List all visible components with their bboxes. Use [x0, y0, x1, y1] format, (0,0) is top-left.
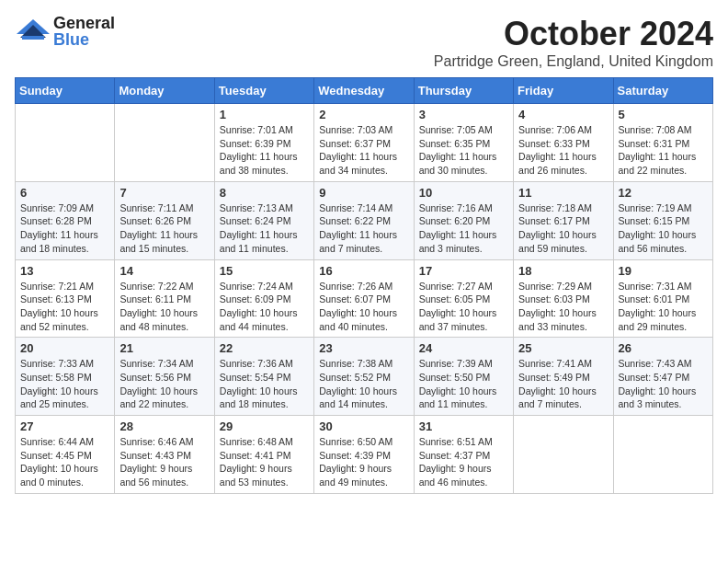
day-number: 25 — [518, 341, 608, 355]
calendar-cell — [115, 104, 214, 182]
day-info: Sunrise: 7:24 AM Sunset: 6:09 PM Dayligh… — [220, 280, 309, 334]
day-info: Sunrise: 7:38 AM Sunset: 5:52 PM Dayligh… — [319, 357, 408, 411]
calendar-cell: 6Sunrise: 7:09 AM Sunset: 6:28 PM Daylig… — [16, 181, 115, 259]
calendar-cell: 17Sunrise: 7:27 AM Sunset: 6:05 PM Dayli… — [414, 259, 513, 338]
day-number: 31 — [419, 419, 508, 433]
days-of-week-row: SundayMondayTuesdayWednesdayThursdayFrid… — [16, 78, 713, 104]
day-number: 18 — [518, 264, 608, 278]
day-number: 27 — [20, 419, 109, 433]
calendar-cell: 22Sunrise: 7:36 AM Sunset: 5:54 PM Dayli… — [214, 338, 313, 416]
calendar-header: SundayMondayTuesdayWednesdayThursdayFrid… — [16, 78, 713, 104]
day-number: 21 — [119, 341, 209, 355]
day-info: Sunrise: 7:13 AM Sunset: 6:24 PM Dayligh… — [220, 201, 309, 256]
title-area: October 2024 Partridge Green, England, U… — [434, 15, 713, 70]
calendar-cell: 16Sunrise: 7:26 AM Sunset: 6:07 PM Dayli… — [314, 259, 414, 338]
calendar-cell: 4Sunrise: 7:06 AM Sunset: 6:33 PM Daylig… — [514, 104, 613, 182]
calendar-week-4: 20Sunrise: 7:33 AM Sunset: 5:58 PM Dayli… — [16, 338, 713, 416]
calendar-cell: 1Sunrise: 7:01 AM Sunset: 6:39 PM Daylig… — [214, 104, 313, 182]
day-info: Sunrise: 7:36 AM Sunset: 5:54 PM Dayligh… — [220, 357, 309, 411]
logo-text: General Blue — [53, 15, 115, 48]
day-info: Sunrise: 7:19 AM Sunset: 6:15 PM Dayligh… — [619, 201, 708, 256]
day-info: Sunrise: 7:01 AM Sunset: 6:39 PM Dayligh… — [220, 123, 309, 178]
calendar-table: SundayMondayTuesdayWednesdayThursdayFrid… — [15, 77, 713, 494]
calendar-week-5: 27Sunrise: 6:44 AM Sunset: 4:45 PM Dayli… — [16, 416, 713, 494]
day-info: Sunrise: 7:41 AM Sunset: 5:49 PM Dayligh… — [518, 357, 608, 411]
day-info: Sunrise: 7:14 AM Sunset: 6:22 PM Dayligh… — [319, 201, 408, 256]
day-number: 5 — [619, 108, 708, 121]
day-number: 26 — [619, 341, 708, 355]
calendar-cell: 23Sunrise: 7:38 AM Sunset: 5:52 PM Dayli… — [314, 338, 414, 416]
calendar-cell — [16, 104, 115, 182]
day-header-friday: Friday — [514, 78, 613, 104]
day-info: Sunrise: 7:05 AM Sunset: 6:35 PM Dayligh… — [419, 123, 508, 178]
day-info: Sunrise: 7:08 AM Sunset: 6:31 PM Dayligh… — [619, 123, 708, 178]
calendar-cell: 14Sunrise: 7:22 AM Sunset: 6:11 PM Dayli… — [115, 259, 214, 338]
calendar-week-2: 6Sunrise: 7:09 AM Sunset: 6:28 PM Daylig… — [16, 181, 713, 259]
day-header-tuesday: Tuesday — [214, 78, 313, 104]
calendar-cell: 13Sunrise: 7:21 AM Sunset: 6:13 PM Dayli… — [16, 259, 115, 338]
day-number: 11 — [518, 186, 608, 200]
calendar-body: 1Sunrise: 7:01 AM Sunset: 6:39 PM Daylig… — [16, 104, 713, 494]
calendar-week-1: 1Sunrise: 7:01 AM Sunset: 6:39 PM Daylig… — [16, 104, 713, 182]
calendar-cell: 26Sunrise: 7:43 AM Sunset: 5:47 PM Dayli… — [613, 338, 712, 416]
day-header-saturday: Saturday — [613, 78, 712, 104]
calendar-cell: 12Sunrise: 7:19 AM Sunset: 6:15 PM Dayli… — [613, 181, 712, 259]
calendar-cell: 9Sunrise: 7:14 AM Sunset: 6:22 PM Daylig… — [314, 181, 414, 259]
calendar-cell: 7Sunrise: 7:11 AM Sunset: 6:26 PM Daylig… — [115, 181, 214, 259]
location: Partridge Green, England, United Kingdom — [434, 53, 713, 70]
day-info: Sunrise: 6:51 AM Sunset: 4:37 PM Dayligh… — [419, 435, 508, 489]
day-info: Sunrise: 6:46 AM Sunset: 4:43 PM Dayligh… — [119, 435, 209, 489]
day-number: 22 — [220, 341, 309, 355]
calendar-cell: 25Sunrise: 7:41 AM Sunset: 5:49 PM Dayli… — [514, 338, 613, 416]
calendar-cell: 15Sunrise: 7:24 AM Sunset: 6:09 PM Dayli… — [214, 259, 313, 338]
calendar-cell — [514, 416, 613, 494]
calendar-cell: 2Sunrise: 7:03 AM Sunset: 6:37 PM Daylig… — [314, 104, 414, 182]
day-header-sunday: Sunday — [16, 78, 115, 104]
calendar-cell: 27Sunrise: 6:44 AM Sunset: 4:45 PM Dayli… — [16, 416, 115, 494]
day-header-thursday: Thursday — [414, 78, 513, 104]
day-number: 10 — [419, 186, 508, 200]
calendar-cell: 31Sunrise: 6:51 AM Sunset: 4:37 PM Dayli… — [414, 416, 513, 494]
day-number: 13 — [20, 264, 109, 278]
day-number: 6 — [20, 186, 109, 200]
day-number: 15 — [220, 264, 309, 278]
day-info: Sunrise: 7:29 AM Sunset: 6:03 PM Dayligh… — [518, 280, 608, 334]
calendar-cell: 20Sunrise: 7:33 AM Sunset: 5:58 PM Dayli… — [16, 338, 115, 416]
calendar-cell: 30Sunrise: 6:50 AM Sunset: 4:39 PM Dayli… — [314, 416, 414, 494]
calendar-week-3: 13Sunrise: 7:21 AM Sunset: 6:13 PM Dayli… — [16, 259, 713, 338]
day-info: Sunrise: 6:48 AM Sunset: 4:41 PM Dayligh… — [220, 435, 309, 489]
day-number: 8 — [220, 186, 309, 200]
day-info: Sunrise: 6:50 AM Sunset: 4:39 PM Dayligh… — [319, 435, 408, 489]
day-info: Sunrise: 7:09 AM Sunset: 6:28 PM Dayligh… — [20, 201, 109, 256]
logo-general: General — [53, 15, 115, 31]
month-title: October 2024 — [434, 15, 713, 53]
calendar-cell: 18Sunrise: 7:29 AM Sunset: 6:03 PM Dayli… — [514, 259, 613, 338]
day-info: Sunrise: 7:22 AM Sunset: 6:11 PM Dayligh… — [119, 280, 209, 334]
day-header-monday: Monday — [115, 78, 214, 104]
day-info: Sunrise: 7:27 AM Sunset: 6:05 PM Dayligh… — [419, 280, 508, 334]
day-number: 1 — [220, 108, 309, 121]
calendar-cell: 10Sunrise: 7:16 AM Sunset: 6:20 PM Dayli… — [414, 181, 513, 259]
day-info: Sunrise: 7:31 AM Sunset: 6:01 PM Dayligh… — [619, 280, 708, 334]
day-number: 29 — [220, 419, 309, 433]
day-number: 17 — [419, 264, 508, 278]
day-number: 19 — [619, 264, 708, 278]
day-number: 24 — [419, 341, 508, 355]
day-number: 9 — [319, 186, 408, 200]
day-number: 4 — [518, 108, 608, 121]
calendar-cell: 11Sunrise: 7:18 AM Sunset: 6:17 PM Dayli… — [514, 181, 613, 259]
day-number: 28 — [119, 419, 209, 433]
day-info: Sunrise: 7:33 AM Sunset: 5:58 PM Dayligh… — [20, 357, 109, 411]
day-info: Sunrise: 7:34 AM Sunset: 5:56 PM Dayligh… — [119, 357, 209, 411]
day-number: 7 — [119, 186, 209, 200]
calendar-cell: 21Sunrise: 7:34 AM Sunset: 5:56 PM Dayli… — [115, 338, 214, 416]
day-header-wednesday: Wednesday — [314, 78, 414, 104]
calendar-cell: 5Sunrise: 7:08 AM Sunset: 6:31 PM Daylig… — [613, 104, 712, 182]
day-number: 12 — [619, 186, 708, 200]
day-number: 20 — [20, 341, 109, 355]
calendar-cell: 24Sunrise: 7:39 AM Sunset: 5:50 PM Dayli… — [414, 338, 513, 416]
calendar-cell: 29Sunrise: 6:48 AM Sunset: 4:41 PM Dayli… — [214, 416, 313, 494]
day-info: Sunrise: 7:39 AM Sunset: 5:50 PM Dayligh… — [419, 357, 508, 411]
logo-icon — [15, 17, 51, 45]
calendar-cell: 19Sunrise: 7:31 AM Sunset: 6:01 PM Dayli… — [613, 259, 712, 338]
